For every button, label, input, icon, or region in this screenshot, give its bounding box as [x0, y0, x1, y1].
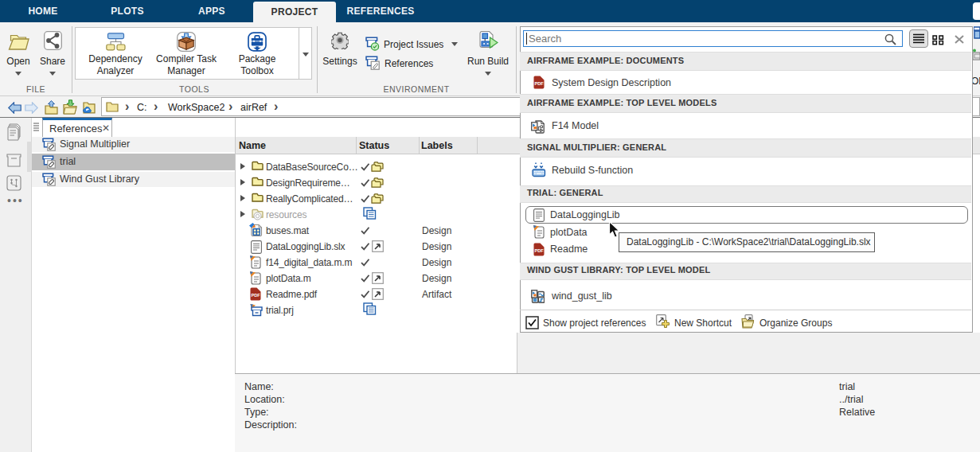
- svg-text:PDF: PDF: [535, 81, 545, 86]
- svg-text:PDF: PDF: [535, 248, 545, 253]
